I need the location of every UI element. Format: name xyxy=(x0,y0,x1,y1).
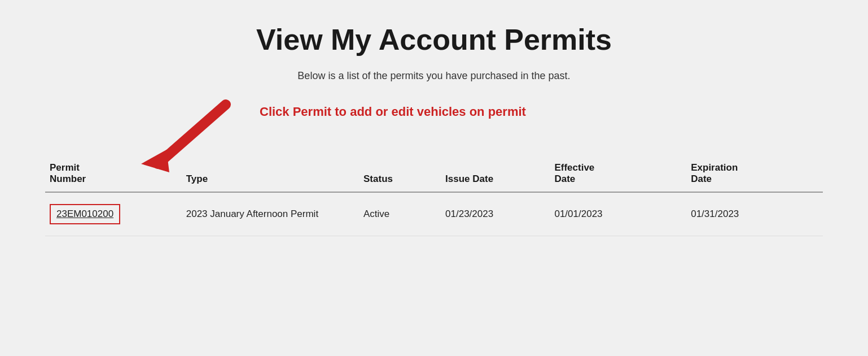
permit-number-cell[interactable]: 23EM010200 xyxy=(45,192,182,236)
page-container: View My Account Permits Below is a list … xyxy=(0,0,868,356)
permit-status-cell: Active xyxy=(359,192,441,236)
col-header-effective-date: EffectiveDate xyxy=(550,155,686,192)
col-header-issue-date: Issue Date xyxy=(441,155,550,192)
instruction-row: Click Permit to add or edit vehicles on … xyxy=(45,99,823,150)
col-header-expiration-date: ExpirationDate xyxy=(686,155,823,192)
page-title: View My Account Permits xyxy=(45,23,823,57)
svg-line-1 xyxy=(158,105,226,164)
table-row: 23EM010200 2023 January Afternoon Permit… xyxy=(45,192,823,236)
permit-type-cell: 2023 January Afternoon Permit xyxy=(182,192,359,236)
svg-marker-2 xyxy=(141,150,169,172)
instruction-text: Click Permit to add or edit vehicles on … xyxy=(260,105,526,119)
instruction-text-block: Click Permit to add or edit vehicles on … xyxy=(260,99,526,119)
permit-effective-date-cell: 01/01/2023 xyxy=(550,192,686,236)
page-subtitle: Below is a list of the permits you have … xyxy=(45,70,823,82)
col-header-status: Status xyxy=(359,155,441,192)
permit-number-link[interactable]: 23EM010200 xyxy=(50,204,120,224)
permit-issue-date-cell: 01/23/2023 xyxy=(441,192,550,236)
table-body: 23EM010200 2023 January Afternoon Permit… xyxy=(45,192,823,236)
permit-expiration-date-cell: 01/31/2023 xyxy=(686,192,823,236)
arrow-icon xyxy=(135,99,237,180)
